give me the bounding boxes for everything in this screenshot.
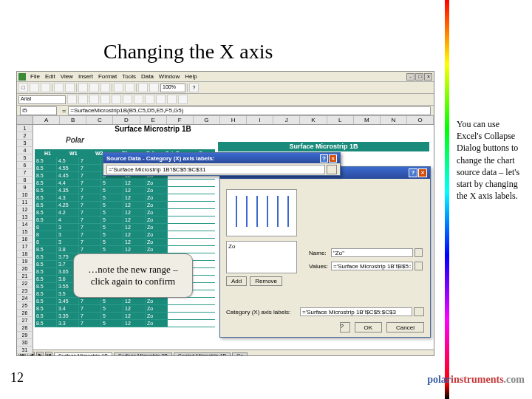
cell[interactable]: 5 bbox=[101, 180, 123, 186]
cell[interactable]: 3.4 bbox=[57, 305, 79, 312]
series-item[interactable]: Zo bbox=[228, 243, 295, 250]
row-number[interactable]: 28 bbox=[17, 324, 33, 332]
row-number[interactable]: 5 bbox=[17, 154, 33, 162]
cell[interactable]: Zo bbox=[146, 224, 168, 231]
row-number[interactable]: 13 bbox=[17, 214, 33, 221]
cell[interactable]: 4.55 bbox=[57, 165, 79, 171]
open-icon[interactable] bbox=[30, 83, 39, 92]
cell[interactable]: Zo bbox=[146, 231, 168, 238]
sheet-tab[interactable]: Surface Microstrip 2B bbox=[114, 352, 172, 357]
row-number[interactable]: 29 bbox=[17, 332, 33, 339]
align-left-icon[interactable] bbox=[100, 95, 110, 104]
cell[interactable]: 7 bbox=[79, 313, 101, 319]
col-header[interactable]: O bbox=[407, 116, 434, 124]
formula-input[interactable]: =SurfaceMicrostrip1B(B5,C5,D5,E5,F5,G5) bbox=[68, 106, 431, 115]
redo-icon[interactable] bbox=[125, 83, 134, 92]
sheet-tab-active[interactable]: Surface Microstrip 1B bbox=[54, 352, 112, 357]
cell[interactable]: 12 bbox=[123, 209, 146, 216]
cell[interactable]: 7 bbox=[79, 187, 101, 194]
cell[interactable]: 4 bbox=[57, 216, 79, 223]
cell[interactable]: 7 bbox=[79, 216, 101, 223]
cell[interactable]: 5 bbox=[101, 209, 123, 216]
percent-icon[interactable] bbox=[145, 95, 154, 104]
tab-nav-last-icon[interactable]: ⏭ bbox=[45, 352, 52, 357]
collapse-button[interactable] bbox=[415, 248, 423, 257]
cell[interactable]: 12 bbox=[123, 298, 146, 304]
cell[interactable]: 8.5 bbox=[35, 268, 57, 275]
remove-button[interactable]: Remove bbox=[250, 276, 282, 286]
add-button[interactable]: Add bbox=[226, 276, 247, 286]
col-header[interactable]: D bbox=[113, 116, 140, 124]
close-icon[interactable]: × bbox=[329, 154, 337, 163]
close-icon[interactable]: × bbox=[418, 168, 427, 177]
cell[interactable]: 5 bbox=[101, 305, 123, 312]
row-number[interactable]: 3 bbox=[17, 140, 33, 147]
menu-view[interactable]: View bbox=[58, 73, 75, 80]
cell[interactable]: Zo bbox=[146, 320, 168, 327]
cell[interactable]: 8.5 bbox=[35, 320, 57, 327]
collapse-button[interactable] bbox=[414, 307, 424, 316]
cell[interactable]: 5 bbox=[101, 239, 123, 245]
series-listbox[interactable]: Zo bbox=[226, 241, 297, 273]
ok-button[interactable]: OK bbox=[355, 322, 383, 332]
cell[interactable]: 7 bbox=[79, 305, 101, 312]
help-icon[interactable]: ? bbox=[189, 83, 199, 92]
source-data-dialog[interactable]: Source Data ? × Zo Add Remove bbox=[219, 166, 431, 338]
row-number[interactable]: 17 bbox=[17, 243, 33, 250]
cell[interactable]: 8.5 bbox=[35, 305, 57, 312]
borders-icon[interactable] bbox=[156, 95, 166, 104]
menu-window[interactable]: Window bbox=[157, 73, 182, 80]
row-number[interactable]: 21 bbox=[17, 273, 33, 280]
cell[interactable]: 3 bbox=[57, 231, 79, 238]
row-number[interactable]: 7 bbox=[17, 169, 33, 177]
row-number[interactable]: 24 bbox=[17, 295, 33, 302]
row-number[interactable]: 6 bbox=[17, 162, 33, 169]
row-number[interactable]: 22 bbox=[17, 280, 33, 287]
col-header[interactable]: L bbox=[327, 116, 354, 124]
row-number[interactable]: 27 bbox=[17, 317, 33, 324]
preview-icon[interactable] bbox=[65, 83, 75, 92]
cell[interactable]: 8.5 bbox=[35, 276, 57, 282]
cell[interactable]: 7 bbox=[79, 202, 101, 208]
col-header[interactable]: A bbox=[33, 116, 60, 124]
fill-color-icon[interactable] bbox=[167, 95, 177, 104]
cell[interactable]: 7 bbox=[79, 180, 101, 186]
cell[interactable]: 8 bbox=[35, 239, 57, 245]
select-all-corner[interactable] bbox=[17, 116, 33, 124]
row-number[interactable]: 11 bbox=[17, 199, 33, 206]
cell[interactable]: 12 bbox=[123, 239, 146, 245]
cell[interactable]: 7 bbox=[79, 298, 101, 304]
cell[interactable]: 5 bbox=[101, 202, 123, 208]
cell[interactable]: 8 bbox=[35, 224, 57, 231]
cell[interactable]: Zo bbox=[146, 305, 168, 312]
cell[interactable]: 8 bbox=[35, 231, 57, 238]
chart-icon[interactable] bbox=[149, 83, 159, 92]
cell[interactable]: 7 bbox=[79, 194, 101, 201]
row-number[interactable]: 23 bbox=[17, 287, 33, 295]
cell[interactable]: 3 bbox=[57, 239, 79, 245]
row-number[interactable]: 8 bbox=[17, 177, 33, 184]
menu-file[interactable]: File bbox=[28, 73, 42, 80]
cancel-button[interactable]: Cancel bbox=[386, 322, 424, 332]
cell[interactable]: 4.4 bbox=[57, 180, 79, 186]
underline-icon[interactable] bbox=[89, 95, 99, 104]
cell[interactable]: 4.45 bbox=[57, 172, 79, 179]
bold-icon[interactable] bbox=[67, 95, 77, 104]
excel-icon[interactable] bbox=[18, 73, 26, 81]
col-header[interactable]: E bbox=[140, 116, 167, 124]
cell[interactable]: 8.5 bbox=[35, 253, 57, 260]
col-header[interactable]: J bbox=[273, 116, 300, 124]
cell[interactable]: Zo bbox=[146, 180, 168, 186]
col-header[interactable]: K bbox=[300, 116, 327, 124]
cell[interactable]: 5 bbox=[101, 187, 123, 194]
cell[interactable]: 4.35 bbox=[57, 187, 79, 194]
cell[interactable]: 8.5 bbox=[35, 313, 57, 319]
cell[interactable]: 12 bbox=[123, 313, 146, 319]
cell[interactable]: 3 bbox=[57, 224, 79, 231]
row-number[interactable]: 15 bbox=[17, 228, 33, 236]
expand-dialog-button[interactable] bbox=[327, 165, 337, 174]
cell[interactable]: 12 bbox=[123, 202, 146, 208]
col-header[interactable]: H bbox=[220, 116, 247, 124]
row-number[interactable]: 25 bbox=[17, 302, 33, 310]
cell[interactable]: 7 bbox=[79, 246, 101, 253]
